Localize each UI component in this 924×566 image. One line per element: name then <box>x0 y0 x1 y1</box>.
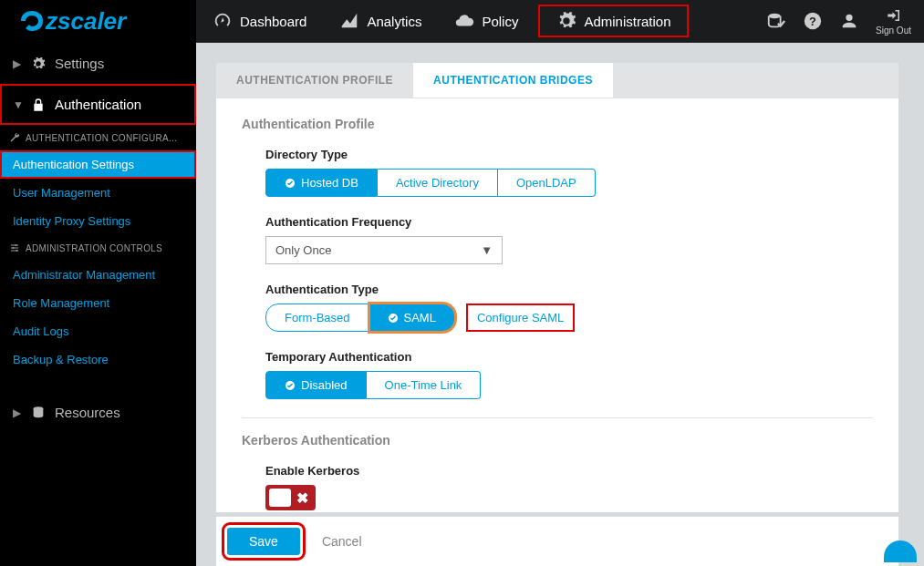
directory-type-label: Directory Type <box>265 148 873 161</box>
sidebar-audit-logs[interactable]: Audit Logs <box>0 317 196 345</box>
nav-analytics[interactable]: Analytics <box>323 0 438 43</box>
auth-type-label: Authentication Type <box>265 283 873 296</box>
tab-auth-bridges[interactable]: AUTHENTICATION BRIDGES <box>413 63 613 98</box>
section-auth-profile-title: Authentication Profile <box>242 117 873 131</box>
sidebar-backup-restore[interactable]: Backup & Restore <box>0 345 196 374</box>
chevron-down-icon: ▼ <box>13 98 22 111</box>
sidebar-identity-proxy[interactable]: Identity Proxy Settings <box>0 207 196 235</box>
brand-text: zscaler <box>46 7 126 36</box>
sidebar-settings[interactable]: ▶ Settings <box>0 43 196 84</box>
auth-type-block: Authentication Type Form-Based SAML Conf… <box>265 283 873 332</box>
content-tabs: AUTHENTICATION PROFILE AUTHENTICATION BR… <box>216 63 898 98</box>
chevron-right-icon: ▶ <box>13 406 22 419</box>
signout-icon <box>885 7 903 24</box>
auth-frequency-block: Authentication Frequency Only Once ▼ <box>265 215 873 264</box>
check-circle-icon <box>285 380 296 391</box>
cloud-icon <box>454 11 474 31</box>
gauge-icon <box>213 11 233 31</box>
database-icon <box>31 406 46 420</box>
main-content: AUTHENTICATION PROFILE AUTHENTICATION BR… <box>196 43 898 566</box>
dir-hosted-db[interactable]: Hosted DB <box>265 169 378 197</box>
sidebar: ▶ Settings ▼ Authentication AUTHENTICATI… <box>0 43 196 566</box>
nav-administration[interactable]: Administration <box>538 5 689 37</box>
lock-icon <box>31 98 46 112</box>
kerberos-block: Enable Kerberos ✖ <box>265 464 873 510</box>
check-circle-icon <box>285 178 296 189</box>
auth-type-options: Form-Based SAML Configure SAML <box>265 304 873 332</box>
db-check-icon[interactable] <box>766 11 786 31</box>
configure-saml-link[interactable]: Configure SAML <box>466 304 575 332</box>
directory-type-options: Hosted DB Active Directory OpenLDAP <box>265 169 873 197</box>
enable-kerberos-toggle[interactable]: ✖ <box>265 485 316 510</box>
svg-point-3 <box>16 244 17 246</box>
help-icon[interactable]: ? <box>803 11 823 31</box>
zscaler-logo-icon <box>18 8 46 34</box>
footer-actions: Save Cancel <box>216 516 898 566</box>
svg-text:?: ? <box>809 15 816 28</box>
sidebar-role-mgmt[interactable]: Role Management <box>0 289 196 317</box>
nav-right: ? Sign Out <box>766 7 924 36</box>
svg-point-0 <box>769 14 781 19</box>
gear-icon <box>31 57 46 71</box>
auth-frequency-label: Authentication Frequency <box>265 215 873 229</box>
chart-icon <box>339 11 359 31</box>
auth-type-form-based[interactable]: Form-Based <box>265 304 369 332</box>
temp-auth-block: Temporary Authentication Disabled One-Ti… <box>265 350 873 399</box>
nav-dashboard[interactable]: Dashboard <box>196 0 323 43</box>
signout-button[interactable]: Sign Out <box>876 7 911 36</box>
wrench-icon <box>9 132 20 143</box>
check-circle-icon <box>388 313 399 324</box>
sidebar-admin-mgmt[interactable]: Administrator Management <box>0 261 196 289</box>
sidebar-resources[interactable]: ▶ Resources <box>0 392 196 433</box>
user-icon[interactable] <box>839 11 859 31</box>
chevron-down-icon: ▼ <box>481 243 493 257</box>
temp-auth-options: Disabled One-Time Link <box>265 371 873 399</box>
chevron-right-icon: ▶ <box>13 57 22 70</box>
gears-icon <box>556 11 576 31</box>
svg-point-4 <box>13 247 15 249</box>
auth-type-saml[interactable]: SAML <box>369 304 455 332</box>
sidebar-user-mgmt[interactable]: User Management <box>0 179 196 207</box>
cancel-button[interactable]: Cancel <box>322 534 362 549</box>
divider <box>242 417 873 418</box>
nav-policy[interactable]: Policy <box>438 0 535 43</box>
nav-tabs: Dashboard Analytics Policy Administratio… <box>196 0 924 43</box>
save-button[interactable]: Save <box>227 528 300 555</box>
sliders-icon <box>9 242 20 253</box>
directory-type-block: Directory Type Hosted DB Active Director… <box>265 148 873 197</box>
dir-openldap[interactable]: OpenLDAP <box>498 169 596 197</box>
section-kerberos-title: Kerberos Authentication <box>242 433 873 448</box>
sidebar-auth-header: AUTHENTICATION CONFIGURA... <box>0 125 196 150</box>
sidebar-authentication[interactable]: ▼ Authentication <box>0 84 196 125</box>
top-header: zscaler Dashboard Analytics Policy Admin… <box>0 0 924 43</box>
toggle-handle <box>269 489 291 507</box>
tab-auth-profile[interactable]: AUTHENTICATION PROFILE <box>216 63 413 98</box>
svg-point-5 <box>16 250 18 252</box>
panel-auth-profile: Authentication Profile Directory Type Ho… <box>216 98 898 512</box>
auth-frequency-select[interactable]: Only Once ▼ <box>265 236 503 264</box>
sidebar-auth-settings[interactable]: Authentication Settings <box>0 150 196 179</box>
sidebar-admin-header: ADMINISTRATION CONTROLS <box>0 235 196 261</box>
enable-kerberos-label: Enable Kerberos <box>265 464 873 478</box>
fab-button[interactable] <box>884 540 917 562</box>
temp-auth-disabled[interactable]: Disabled <box>265 371 367 399</box>
temp-auth-label: Temporary Authentication <box>265 350 873 364</box>
temp-auth-onetime[interactable]: One-Time Link <box>367 371 482 399</box>
dir-active-directory[interactable]: Active Directory <box>378 169 498 197</box>
close-icon: ✖ <box>296 489 308 507</box>
logo[interactable]: zscaler <box>0 0 196 43</box>
